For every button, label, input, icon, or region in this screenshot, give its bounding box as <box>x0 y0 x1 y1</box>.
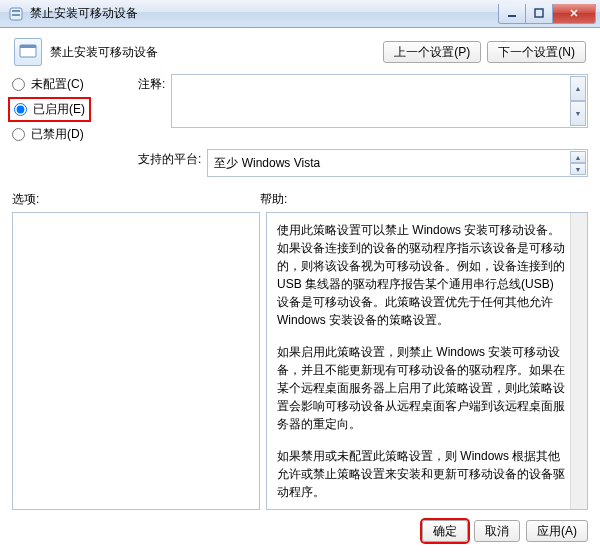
maximize-button[interactable] <box>525 4 553 24</box>
platform-spin-up[interactable]: ▲ <box>570 151 586 163</box>
radio-not-configured-input[interactable] <box>12 78 25 91</box>
prev-setting-button[interactable]: 上一个设置(P) <box>383 41 481 63</box>
ok-button[interactable]: 确定 <box>422 520 468 542</box>
header: 禁止安装可移动设备 上一个设置(P) 下一个设置(N) <box>12 34 588 74</box>
svg-rect-8 <box>20 45 36 48</box>
help-pane: 使用此策略设置可以禁止 Windows 安装可移动设备。如果设备连接到的设备的驱… <box>266 212 588 510</box>
platform-label: 支持的平台: <box>138 149 201 168</box>
platform-spinner: ▲ ▼ <box>570 151 586 175</box>
radio-disabled-input[interactable] <box>12 128 25 141</box>
next-setting-button[interactable]: 下一个设置(N) <box>487 41 586 63</box>
state-radio-group: 未配置(C) 已启用(E) 已禁用(D) <box>12 74 132 143</box>
options-label: 选项: <box>12 191 260 208</box>
comment-label: 注释: <box>138 74 165 93</box>
titlebar: 禁止安装可移动设备 <box>0 0 600 28</box>
help-paragraph-2: 如果启用此策略设置，则禁止 Windows 安装可移动设备，并且不能更新现有可移… <box>277 343 565 433</box>
close-button[interactable] <box>552 4 596 24</box>
svg-rect-1 <box>12 10 20 12</box>
svg-rect-3 <box>508 15 516 17</box>
radio-disabled-label: 已禁用(D) <box>31 126 84 143</box>
comment-input[interactable]: ▲ ▼ <box>171 74 588 128</box>
footer: 确定 取消 应用(A) <box>12 510 588 542</box>
radio-not-configured-label: 未配置(C) <box>31 76 84 93</box>
policy-window-icon <box>8 6 24 22</box>
comment-spin-down[interactable]: ▼ <box>570 101 586 126</box>
platform-field: 至少 Windows Vista ▲ ▼ <box>207 149 588 177</box>
policy-name: 禁止安装可移动设备 <box>50 44 158 61</box>
comment-spinner: ▲ ▼ <box>570 76 586 126</box>
radio-disabled[interactable]: 已禁用(D) <box>12 126 132 143</box>
options-pane <box>12 212 260 510</box>
comment-spin-up[interactable]: ▲ <box>570 76 586 101</box>
radio-enabled-label: 已启用(E) <box>33 101 85 118</box>
radio-enabled-input[interactable] <box>14 103 27 116</box>
window-controls <box>499 4 596 24</box>
policy-icon <box>14 38 42 66</box>
radio-enabled[interactable]: 已启用(E) <box>8 97 91 122</box>
minimize-button[interactable] <box>498 4 526 24</box>
radio-not-configured[interactable]: 未配置(C) <box>12 76 132 93</box>
svg-rect-2 <box>12 14 20 16</box>
help-paragraph-1: 使用此策略设置可以禁止 Windows 安装可移动设备。如果设备连接到的设备的驱… <box>277 221 565 329</box>
help-scrollbar[interactable] <box>570 213 587 509</box>
cancel-button[interactable]: 取消 <box>474 520 520 542</box>
platform-spin-down[interactable]: ▼ <box>570 163 586 175</box>
svg-rect-4 <box>535 9 543 17</box>
apply-button[interactable]: 应用(A) <box>526 520 588 542</box>
help-paragraph-3: 如果禁用或未配置此策略设置，则 Windows 根据其他允许或禁止策略设置来安装… <box>277 447 565 501</box>
window-title: 禁止安装可移动设备 <box>30 5 138 22</box>
help-label: 帮助: <box>260 191 287 208</box>
platform-value: 至少 Windows Vista <box>214 155 320 172</box>
